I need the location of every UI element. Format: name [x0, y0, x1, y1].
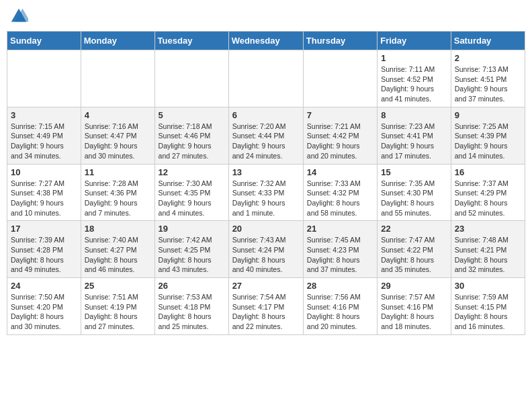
- calendar-cell: 24Sunrise: 7:50 AM Sunset: 4:20 PM Dayli…: [7, 278, 81, 335]
- day-number: 28: [307, 281, 373, 291]
- day-info: Sunrise: 7:30 AM Sunset: 4:35 PM Dayligh…: [159, 179, 225, 218]
- calendar-cell: 15Sunrise: 7:35 AM Sunset: 4:30 PM Dayli…: [378, 164, 451, 221]
- day-info: Sunrise: 7:37 AM Sunset: 4:29 PM Dayligh…: [455, 179, 521, 218]
- calendar-cell: 1Sunrise: 7:11 AM Sunset: 4:52 PM Daylig…: [378, 50, 451, 107]
- day-info: Sunrise: 7:25 AM Sunset: 4:39 PM Dayligh…: [455, 122, 521, 161]
- column-header-sunday: Sunday: [7, 32, 81, 50]
- calendar-cell: [228, 50, 303, 107]
- day-number: 30: [455, 281, 521, 291]
- day-info: Sunrise: 7:15 AM Sunset: 4:49 PM Dayligh…: [11, 122, 77, 161]
- calendar-cell: 7Sunrise: 7:21 AM Sunset: 4:42 PM Daylig…: [303, 107, 377, 164]
- day-number: 2: [455, 53, 521, 63]
- calendar-week-row: 3Sunrise: 7:15 AM Sunset: 4:49 PM Daylig…: [7, 107, 525, 164]
- calendar-cell: 30Sunrise: 7:59 AM Sunset: 4:15 PM Dayli…: [451, 278, 525, 335]
- calendar-cell: 27Sunrise: 7:54 AM Sunset: 4:17 PM Dayli…: [228, 278, 303, 335]
- calendar-cell: 14Sunrise: 7:33 AM Sunset: 4:32 PM Dayli…: [303, 164, 377, 221]
- calendar-cell: 11Sunrise: 7:28 AM Sunset: 4:36 PM Dayli…: [81, 164, 154, 221]
- day-number: 21: [307, 224, 373, 234]
- calendar-cell: 28Sunrise: 7:56 AM Sunset: 4:16 PM Dayli…: [303, 278, 377, 335]
- day-info: Sunrise: 7:51 AM Sunset: 4:19 PM Dayligh…: [85, 292, 151, 332]
- day-number: 22: [381, 224, 447, 234]
- day-info: Sunrise: 7:43 AM Sunset: 4:24 PM Dayligh…: [232, 235, 300, 275]
- day-number: 15: [381, 167, 447, 177]
- day-number: 4: [85, 110, 151, 120]
- calendar-week-row: 17Sunrise: 7:39 AM Sunset: 4:28 PM Dayli…: [7, 221, 525, 278]
- day-info: Sunrise: 7:28 AM Sunset: 4:36 PM Dayligh…: [85, 179, 151, 218]
- day-info: Sunrise: 7:56 AM Sunset: 4:16 PM Dayligh…: [307, 292, 373, 332]
- day-number: 5: [159, 110, 225, 120]
- day-number: 3: [11, 110, 77, 120]
- calendar-cell: 3Sunrise: 7:15 AM Sunset: 4:49 PM Daylig…: [7, 107, 81, 164]
- day-number: 12: [159, 167, 225, 177]
- calendar-cell: 8Sunrise: 7:23 AM Sunset: 4:41 PM Daylig…: [378, 107, 451, 164]
- day-info: Sunrise: 7:42 AM Sunset: 4:25 PM Dayligh…: [159, 235, 225, 275]
- day-number: 6: [232, 110, 300, 120]
- column-header-thursday: Thursday: [303, 32, 377, 50]
- calendar-cell: 12Sunrise: 7:30 AM Sunset: 4:35 PM Dayli…: [154, 164, 228, 221]
- column-header-friday: Friday: [378, 32, 451, 50]
- day-number: 11: [85, 167, 151, 177]
- day-number: 20: [232, 224, 300, 234]
- calendar-cell: 22Sunrise: 7:47 AM Sunset: 4:22 PM Dayli…: [378, 221, 451, 278]
- day-info: Sunrise: 7:53 AM Sunset: 4:18 PM Dayligh…: [159, 292, 225, 332]
- day-info: Sunrise: 7:18 AM Sunset: 4:46 PM Dayligh…: [159, 122, 225, 161]
- calendar-cell: 23Sunrise: 7:48 AM Sunset: 4:21 PM Dayli…: [451, 221, 525, 278]
- calendar-cell: 10Sunrise: 7:27 AM Sunset: 4:38 PM Dayli…: [7, 164, 81, 221]
- calendar-week-row: 10Sunrise: 7:27 AM Sunset: 4:38 PM Dayli…: [7, 164, 525, 221]
- day-number: 25: [85, 281, 151, 291]
- day-info: Sunrise: 7:11 AM Sunset: 4:52 PM Dayligh…: [381, 64, 447, 104]
- day-number: 14: [307, 167, 373, 177]
- day-info: Sunrise: 7:21 AM Sunset: 4:42 PM Dayligh…: [307, 122, 373, 161]
- day-info: Sunrise: 7:54 AM Sunset: 4:17 PM Dayligh…: [232, 292, 300, 332]
- day-number: 13: [232, 167, 300, 177]
- calendar-week-row: 24Sunrise: 7:50 AM Sunset: 4:20 PM Dayli…: [7, 278, 525, 335]
- calendar-week-row: 1Sunrise: 7:11 AM Sunset: 4:52 PM Daylig…: [7, 50, 525, 107]
- day-info: Sunrise: 7:13 AM Sunset: 4:51 PM Dayligh…: [455, 64, 521, 104]
- calendar-cell: 6Sunrise: 7:20 AM Sunset: 4:44 PM Daylig…: [228, 107, 303, 164]
- calendar-cell: 16Sunrise: 7:37 AM Sunset: 4:29 PM Dayli…: [451, 164, 525, 221]
- day-number: 29: [381, 281, 447, 291]
- day-number: 10: [11, 167, 77, 177]
- day-info: Sunrise: 7:50 AM Sunset: 4:20 PM Dayligh…: [11, 292, 77, 332]
- day-number: 1: [381, 53, 447, 63]
- calendar-cell: [7, 50, 81, 107]
- calendar-header-row: SundayMondayTuesdayWednesdayThursdayFrid…: [7, 32, 525, 50]
- day-number: 9: [455, 110, 521, 120]
- calendar-cell: 19Sunrise: 7:42 AM Sunset: 4:25 PM Dayli…: [154, 221, 228, 278]
- day-number: 7: [307, 110, 373, 120]
- calendar-cell: 4Sunrise: 7:16 AM Sunset: 4:47 PM Daylig…: [81, 107, 154, 164]
- column-header-monday: Monday: [81, 32, 154, 50]
- day-number: 23: [455, 224, 521, 234]
- day-info: Sunrise: 7:33 AM Sunset: 4:32 PM Dayligh…: [307, 179, 373, 218]
- day-number: 18: [85, 224, 151, 234]
- calendar-cell: 13Sunrise: 7:32 AM Sunset: 4:33 PM Dayli…: [228, 164, 303, 221]
- day-number: 16: [455, 167, 521, 177]
- day-number: 27: [232, 281, 300, 291]
- day-number: 17: [11, 224, 77, 234]
- day-info: Sunrise: 7:23 AM Sunset: 4:41 PM Dayligh…: [381, 122, 447, 161]
- calendar-table: SundayMondayTuesdayWednesdayThursdayFrid…: [7, 31, 525, 335]
- logo-icon: [9, 7, 28, 26]
- day-number: 26: [159, 281, 225, 291]
- day-number: 24: [11, 281, 77, 291]
- calendar-cell: 29Sunrise: 7:57 AM Sunset: 4:16 PM Dayli…: [378, 278, 451, 335]
- calendar-cell: [154, 50, 228, 107]
- day-info: Sunrise: 7:45 AM Sunset: 4:23 PM Dayligh…: [307, 235, 373, 275]
- calendar-cell: 5Sunrise: 7:18 AM Sunset: 4:46 PM Daylig…: [154, 107, 228, 164]
- day-info: Sunrise: 7:32 AM Sunset: 4:33 PM Dayligh…: [232, 179, 300, 218]
- day-info: Sunrise: 7:57 AM Sunset: 4:16 PM Dayligh…: [381, 292, 447, 332]
- calendar-cell: [303, 50, 377, 107]
- day-info: Sunrise: 7:40 AM Sunset: 4:27 PM Dayligh…: [85, 235, 151, 275]
- calendar-cell: 20Sunrise: 7:43 AM Sunset: 4:24 PM Dayli…: [228, 221, 303, 278]
- column-header-saturday: Saturday: [451, 32, 525, 50]
- calendar-cell: 25Sunrise: 7:51 AM Sunset: 4:19 PM Dayli…: [81, 278, 154, 335]
- calendar-cell: 17Sunrise: 7:39 AM Sunset: 4:28 PM Dayli…: [7, 221, 81, 278]
- day-info: Sunrise: 7:20 AM Sunset: 4:44 PM Dayligh…: [232, 122, 300, 161]
- day-info: Sunrise: 7:16 AM Sunset: 4:47 PM Dayligh…: [85, 122, 151, 161]
- page-header: [7, 7, 525, 26]
- day-info: Sunrise: 7:39 AM Sunset: 4:28 PM Dayligh…: [11, 235, 77, 275]
- day-info: Sunrise: 7:27 AM Sunset: 4:38 PM Dayligh…: [11, 179, 77, 218]
- day-info: Sunrise: 7:47 AM Sunset: 4:22 PM Dayligh…: [381, 235, 447, 275]
- column-header-wednesday: Wednesday: [228, 32, 303, 50]
- day-info: Sunrise: 7:59 AM Sunset: 4:15 PM Dayligh…: [455, 292, 521, 332]
